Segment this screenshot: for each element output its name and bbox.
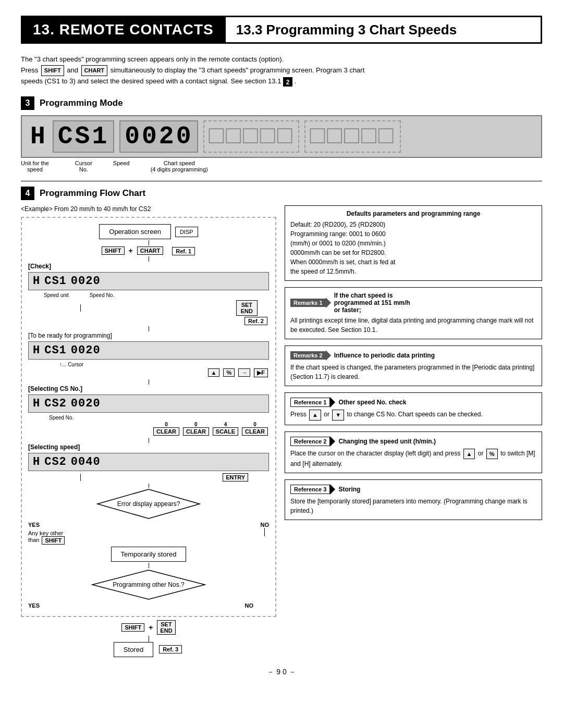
- remarks2-text: If the chart speed is changed, the param…: [290, 363, 536, 381]
- ref3-panel-header: Reference 3 Storing: [290, 484, 536, 495]
- shift-key: SHIFT: [41, 65, 64, 77]
- ref3-box: Ref. 3: [159, 645, 182, 653]
- intro-line1: The "3 chart speeds" programming screen …: [21, 54, 542, 65]
- ref2-key-pct: %: [486, 449, 498, 460]
- yes2-no2-row: YES NO: [28, 602, 269, 609]
- remarks1-title: If the chart speed is programmed at 151 …: [334, 292, 410, 314]
- operation-screen-row: Operation screen DISP: [28, 224, 269, 239]
- lcd-display-blank2: □□□□□: [304, 120, 400, 153]
- shift-key-any: SHIFT: [42, 536, 65, 545]
- stored-section: SHIFT + SET END Stored Ref. 3: [21, 620, 276, 657]
- ref1-key-down: ▼: [332, 410, 344, 421]
- remarks2-arrow: [326, 350, 331, 361]
- set-end-final: SET END: [157, 620, 175, 635]
- intro-text: The "3 chart speeds" programming screen …: [21, 54, 542, 87]
- yes-no-row: YES Any key other than SHIFT NO: [28, 522, 269, 545]
- label-speed-unit: Unit for thespeed: [21, 160, 49, 172]
- operation-screen-box: Operation screen: [99, 224, 171, 239]
- ref1-arrow: [330, 397, 335, 408]
- lcd-main-display: H CS1 0020 □□□□□ □□□□□: [21, 115, 542, 158]
- ref1-title: Other speed No. check: [338, 399, 406, 406]
- key-up: ▲: [208, 368, 220, 377]
- page-header: 13. REMOTE CONTACTS 13.3 Programming 3 C…: [21, 16, 542, 44]
- arrow7: [28, 563, 269, 568]
- separator: [21, 181, 542, 181]
- defaults-text: Default: 20 (RD200), 25 (RD2800) Program…: [290, 220, 536, 276]
- key-right: →: [238, 368, 250, 377]
- clear-key-3: CLEAR: [242, 427, 268, 436]
- header-left: 13. REMOTE CONTACTS: [22, 17, 224, 42]
- flow-chart-area: <Example> From 20 mm/h to 40 mm/h for CS…: [21, 205, 276, 657]
- entry-row: ENTRY: [28, 473, 269, 482]
- lcd1-labels: Speed unit Speed No.: [44, 292, 269, 298]
- example-text: <Example> From 20 mm/h to 40 mm/h for CS…: [21, 205, 276, 213]
- ref2-title: Changing the speed unit (h/min.): [338, 438, 436, 445]
- ref1-panel: Reference 1 Other speed No. check Press …: [285, 392, 542, 425]
- ref3-text: Store the [temporarily stored] parameter…: [290, 497, 536, 515]
- label-chart-speed: Chart speed(4 digits programming): [151, 160, 208, 172]
- page-number: － 9 0 －: [21, 668, 542, 677]
- section4-num: 4: [21, 187, 34, 200]
- defaults-title: Defaults parameters and programming rang…: [290, 210, 536, 217]
- intro-line3: speeds (CS1 to 3) and select the desired…: [21, 76, 542, 87]
- check-label: [Check]: [28, 263, 269, 270]
- label-cursor: CursorNo.: [75, 160, 92, 172]
- flow-dashed-box: Operation screen DISP SHIFT + CHART: [21, 217, 276, 617]
- yes2-label: YES: [28, 602, 40, 609]
- error-diamond: Error display appears?: [96, 488, 201, 520]
- lcd-display-speed: 0020: [119, 120, 198, 153]
- disp-side: DISP: [175, 227, 198, 237]
- lcd4: H CS2 0040: [28, 453, 269, 471]
- ref1-text: Press ▲ or ▼ to change CS No. Chart spee…: [290, 410, 536, 421]
- chart-key-flow: CHART: [137, 246, 164, 255]
- speed-no2-label: Speed No.: [49, 415, 269, 421]
- lcd2: H CS1 0020: [28, 341, 269, 360]
- remarks1-panel: Remarks 1 If the chart speed is programm…: [285, 287, 542, 339]
- shift-chart-row: SHIFT + CHART Ref. 1: [28, 246, 269, 255]
- section4-title: Programming Flow Chart: [40, 188, 145, 199]
- arrow2: [28, 256, 269, 262]
- ready-label: [To be ready for programming]: [28, 332, 269, 339]
- lcd-display-cs: CS1: [53, 120, 114, 153]
- error-display-text: Error display appears?: [117, 500, 180, 508]
- arrow4: [28, 379, 269, 385]
- ref-num-badge: 2: [283, 77, 292, 87]
- ref2-text: Place the cursor on the character displa…: [290, 449, 536, 469]
- right-panels: Defaults parameters and programming rang…: [285, 205, 542, 657]
- prog-other-text: Programming other Nos.?: [113, 581, 184, 588]
- ref3-panel: Reference 3 Storing Store the [temporari…: [285, 479, 542, 520]
- remarks1-header: Remarks 1 If the chart speed is programm…: [290, 292, 536, 314]
- ref1-box: Ref. 1: [170, 246, 197, 255]
- clear-keys-row: 0 CLEAR 0 CLEAR 4 SCALE 0 CLEAR: [28, 422, 269, 436]
- label-speed: Speed: [113, 160, 130, 172]
- arrow5: [28, 438, 269, 443]
- remarks2-panel: Remarks 2 Influence to periodic data pri…: [285, 346, 542, 386]
- lcd-display-chars: H: [30, 122, 47, 151]
- ref2-panel-header: Reference 2 Changing the speed unit (h/m…: [290, 436, 536, 447]
- ref2-badge: Reference 2: [290, 437, 330, 446]
- shift-final: SHIFT: [121, 623, 144, 632]
- shift-key-flow: SHIFT: [102, 246, 125, 255]
- entry-key: ENTRY: [223, 473, 248, 482]
- no2-label: NO: [245, 602, 254, 609]
- chart-key-intro: CHART: [81, 65, 108, 77]
- section3-title: Programming Mode: [40, 98, 123, 108]
- lcd-display-blank1: □□□□□: [203, 120, 299, 153]
- arrow-keys-row: ▲ % → ▶F: [28, 368, 269, 377]
- stored-box: Stored: [114, 642, 153, 657]
- remarks2-badge: Remarks 2: [290, 351, 326, 360]
- scale-key: SCALE: [213, 427, 238, 436]
- ref2-row: Ref. 2: [28, 317, 269, 325]
- key-f: ▶F: [254, 368, 268, 377]
- ref1-badge: Reference 1: [290, 398, 330, 407]
- defaults-panel: Defaults parameters and programming rang…: [285, 205, 542, 281]
- ref3-arrow: [330, 484, 335, 495]
- ref3-title: Storing: [338, 486, 360, 493]
- ref2-panel: Reference 2 Changing the speed unit (h/m…: [285, 431, 542, 474]
- lcd3: H CS2 0020: [28, 394, 269, 413]
- main-content: <Example> From 20 mm/h to 40 mm/h for CS…: [21, 205, 542, 657]
- ref1-key-up: ▲: [309, 410, 321, 421]
- set-end-key: SET END: [236, 300, 258, 316]
- temp-stored-center: Temporarily stored: [28, 547, 269, 562]
- temp-stored-box: Temporarily stored: [111, 547, 187, 562]
